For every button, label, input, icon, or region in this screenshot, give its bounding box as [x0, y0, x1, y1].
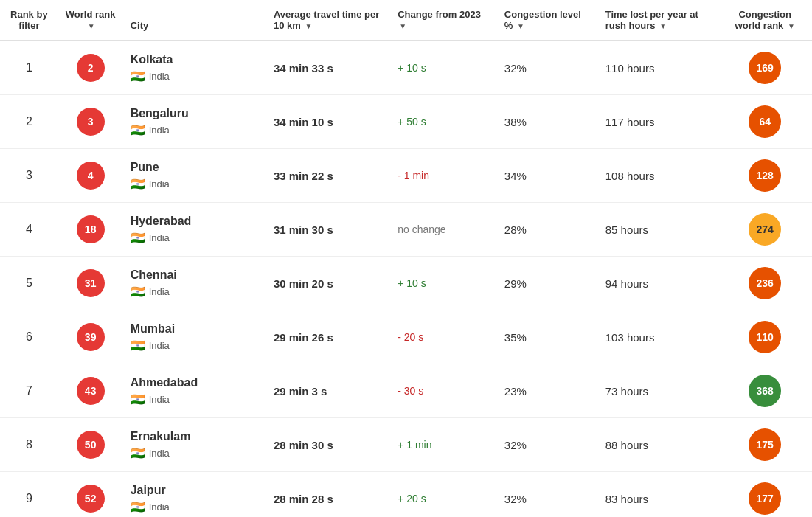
- city-cell: Mumbai 🇮🇳 India: [123, 310, 266, 364]
- cw-rank-cell: 175: [718, 418, 812, 472]
- table-body: 1 2 Kolkata 🇮🇳 India 34 min 33 s + 10 s …: [0, 41, 812, 517]
- sort-arrow-congestion: ▼: [517, 22, 524, 30]
- city-country: 🇮🇳 India: [131, 285, 259, 299]
- change-cell: + 50 s: [390, 95, 497, 149]
- travel-time-value: 33 min 22 s: [274, 170, 333, 182]
- country-name: India: [149, 178, 170, 190]
- change-value: + 1 min: [398, 439, 431, 451]
- change-value: + 10 s: [398, 277, 426, 289]
- city-cell: Jaipur 🇮🇳 India: [123, 472, 266, 518]
- header-rank-by-filter[interactable]: Rank by filter: [0, 0, 58, 41]
- cw-rank-cell: 368: [718, 364, 812, 418]
- city-name: Pune: [131, 161, 259, 174]
- congestion-value: 32%: [504, 493, 527, 505]
- time-lost-cell: 110 hours: [598, 41, 718, 95]
- country-flag: 🇮🇳: [131, 177, 145, 191]
- cw-rank-cell: 128: [718, 149, 812, 203]
- travel-time-value: 28 min 28 s: [274, 493, 333, 505]
- header-congestion[interactable]: Congestion level % ▼: [497, 0, 598, 41]
- cw-rank-cell: 64: [718, 95, 812, 149]
- world-rank-badge: 50: [77, 431, 105, 459]
- header-world-rank[interactable]: World rank ▼: [58, 0, 123, 41]
- cw-rank-badge: 128: [749, 159, 781, 192]
- change-value: no change: [398, 223, 445, 235]
- travel-time-cell: 29 min 3 s: [266, 364, 390, 418]
- table-row: 6 39 Mumbai 🇮🇳 India 29 min 26 s - 20 s …: [0, 310, 812, 364]
- rank-by-filter-cell: 9: [0, 472, 58, 518]
- main-table-container: Rank by filter World rank ▼ City Average…: [0, 0, 812, 517]
- time-lost-value: 88 hours: [605, 439, 648, 451]
- rank-by-filter-cell: 4: [0, 203, 58, 257]
- country-name: India: [149, 71, 170, 82]
- city-name: Kolkata: [131, 53, 259, 66]
- header-city[interactable]: City: [123, 0, 266, 41]
- header-time-lost[interactable]: Time lost per year at rush hours ▼: [598, 0, 718, 41]
- time-lost-cell: 103 hours: [598, 310, 718, 364]
- travel-time-value: 31 min 30 s: [274, 223, 333, 236]
- travel-time-value: 30 min 20 s: [274, 277, 333, 290]
- cw-rank-cell: 236: [718, 257, 812, 310]
- congestion-value: 23%: [504, 385, 527, 398]
- change-cell: - 20 s: [390, 310, 497, 364]
- country-name: India: [149, 394, 170, 405]
- country-name: India: [149, 286, 170, 297]
- header-travel-time[interactable]: Average travel time per 10 km ▼: [266, 0, 390, 41]
- table-row: 2 3 Bengaluru 🇮🇳 India 34 min 10 s + 50 …: [0, 95, 812, 149]
- travel-time-cell: 28 min 28 s: [266, 472, 390, 518]
- country-flag: 🇮🇳: [131, 123, 145, 137]
- world-rank-badge: 52: [77, 485, 105, 513]
- country-name: India: [149, 502, 170, 513]
- congestion-value: 38%: [504, 116, 527, 128]
- city-country: 🇮🇳 India: [131, 177, 259, 191]
- city-name: Hyderabad: [131, 215, 259, 228]
- country-flag: 🇮🇳: [131, 500, 145, 514]
- city-name: Ahmedabad: [131, 376, 259, 389]
- country-flag: 🇮🇳: [131, 446, 145, 460]
- table-row: 3 4 Pune 🇮🇳 India 33 min 22 s - 1 min 34…: [0, 149, 812, 203]
- travel-time-cell: 34 min 10 s: [266, 95, 390, 149]
- city-name: Jaipur: [131, 484, 259, 497]
- travel-time-value: 34 min 33 s: [274, 62, 333, 74]
- country-name: India: [149, 448, 170, 459]
- city-name: Ernakulam: [131, 430, 259, 443]
- table-row: 5 31 Chennai 🇮🇳 India 30 min 20 s + 10 s…: [0, 257, 812, 310]
- congestion-value: 35%: [504, 331, 527, 344]
- header-cw-rank[interactable]: Congestion world rank ▼: [718, 0, 812, 41]
- country-flag: 🇮🇳: [131, 285, 145, 299]
- change-value: - 30 s: [398, 385, 423, 397]
- congestion-cell: 28%: [497, 203, 598, 257]
- country-flag: 🇮🇳: [131, 69, 145, 83]
- congestion-value: 34%: [504, 170, 527, 182]
- table-row: 4 18 Hyderabad 🇮🇳 India 31 min 30 s no c…: [0, 203, 812, 257]
- world-rank-badge: 43: [77, 377, 105, 405]
- city-name: Mumbai: [131, 322, 259, 336]
- rank-by-filter-cell: 1: [0, 41, 58, 95]
- city-country: 🇮🇳 India: [131, 123, 259, 137]
- sort-arrow-travel-time: ▼: [305, 22, 312, 30]
- change-value: + 10 s: [398, 62, 426, 74]
- world-rank-badge: 4: [77, 162, 105, 190]
- change-cell: + 1 min: [390, 418, 497, 472]
- city-cell: Chennai 🇮🇳 India: [123, 257, 266, 310]
- cw-rank-cell: 177: [718, 472, 812, 518]
- city-country: 🇮🇳 India: [131, 446, 259, 460]
- header-change[interactable]: Change from 2023 ▼: [390, 0, 497, 41]
- table-row: 7 43 Ahmedabad 🇮🇳 India 29 min 3 s - 30 …: [0, 364, 812, 418]
- rank-by-filter-cell: 8: [0, 418, 58, 472]
- world-rank-cell: 4: [58, 149, 123, 203]
- change-cell: - 1 min: [390, 149, 497, 203]
- cw-rank-badge: 175: [749, 428, 781, 461]
- congestion-cell: 32%: [497, 418, 598, 472]
- time-lost-cell: 117 hours: [598, 95, 718, 149]
- country-flag: 🇮🇳: [131, 339, 145, 353]
- table-row: 8 50 Ernakulam 🇮🇳 India 28 min 30 s + 1 …: [0, 418, 812, 472]
- city-country: 🇮🇳 India: [131, 392, 259, 406]
- cw-rank-badge: 169: [749, 52, 781, 84]
- city-cell: Ernakulam 🇮🇳 India: [123, 418, 266, 472]
- table-row: 1 2 Kolkata 🇮🇳 India 34 min 33 s + 10 s …: [0, 41, 812, 95]
- travel-time-cell: 29 min 26 s: [266, 310, 390, 364]
- travel-time-cell: 28 min 30 s: [266, 418, 390, 472]
- travel-time-cell: 34 min 33 s: [266, 41, 390, 95]
- cw-rank-cell: 169: [718, 41, 812, 95]
- world-rank-cell: 39: [58, 310, 123, 364]
